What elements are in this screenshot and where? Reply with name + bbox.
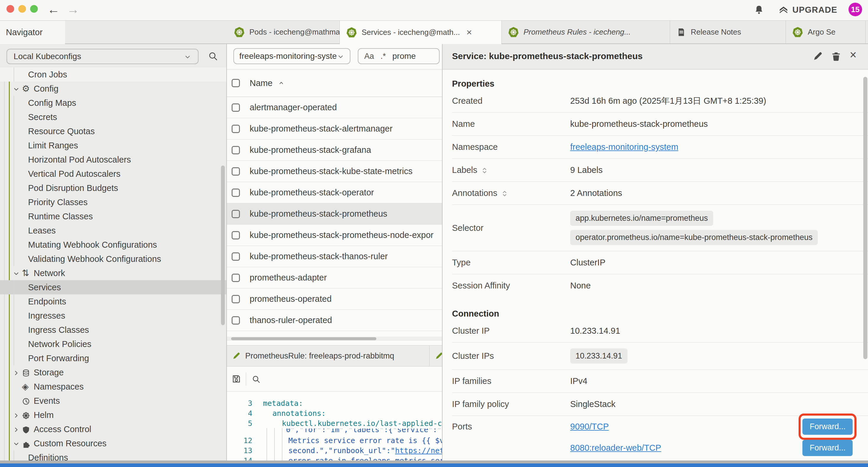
sidebar-item-ingresses[interactable]: Ingresses [0,309,226,323]
sidebar-item-config-maps[interactable]: Config Maps [0,96,226,110]
sort-updown-icon[interactable] [481,165,488,175]
list-search-box[interactable]: Aa .* prome [358,48,440,64]
table-horizontal-scrollbar[interactable] [227,337,442,341]
sidebar-item-namespaces[interactable]: ◈Namespaces [0,380,226,394]
sidebar-item-secrets[interactable]: Secrets [0,110,226,124]
notification-count-badge[interactable]: 15 [848,3,862,16]
tab-release-notes[interactable]: Release Notes [670,21,786,43]
tab-pods-icecheng-mathmas[interactable]: Pods - icecheng@mathmas... [227,21,340,43]
select-all-checkbox[interactable] [231,79,240,87]
editor-search-icon[interactable] [252,375,260,384]
detail-scrollbar-thumb[interactable] [863,77,867,359]
save-icon[interactable] [231,374,241,384]
row-checkbox[interactable] [231,295,240,303]
chevron-down-icon[interactable] [12,84,20,94]
sidebar-item-endpoints[interactable]: Endpoints [0,294,226,309]
chevron-down-icon[interactable] [12,439,20,448]
row-checkbox[interactable] [231,167,240,176]
search-query[interactable]: prome [392,52,416,61]
close-window-button[interactable] [6,5,14,13]
sidebar-item-mutating-webhook-configurations[interactable]: Mutating Webhook Configurations [0,238,226,252]
row-checkbox[interactable] [231,231,240,239]
forward-button[interactable]: Forward... [802,440,852,456]
tab-argo-se[interactable]: Argo Se [786,21,866,43]
notifications-bell-icon[interactable] [754,5,764,15]
sidebar-item-definitions[interactable]: Definitions [0,450,226,461]
name-column-header[interactable]: Name [250,78,272,88]
table-row-kube-prometheus-stack-operator[interactable]: kube-prometheus-stack-operator [227,182,442,203]
sidebar-item-vertical-pod-autoscalers[interactable]: Vertical Pod Autoscalers [0,167,226,181]
sidebar-item-horizontal-pod-autoscalers[interactable]: Horizontal Pod Autoscalers [0,152,226,167]
close-tab-icon[interactable]: × [466,27,472,38]
code-link[interactable]: https://net [395,446,442,455]
kubeconfig-selector[interactable]: Local Kubeconfigs [6,49,198,64]
chevron-right-icon[interactable] [12,368,20,377]
delete-trash-icon[interactable] [831,51,841,61]
sidebar-scrollbar-thumb[interactable] [221,166,225,325]
tab-navigator[interactable]: Navigator [0,21,65,44]
row-checkbox[interactable] [231,146,240,154]
scrollbar-thumb[interactable] [231,337,376,340]
row-checkbox[interactable] [231,274,240,282]
editor-tab-next[interactable] [430,346,442,366]
sidebar-item-config[interactable]: ⚙Config [0,82,226,96]
forward-arrow-icon[interactable]: → [67,2,79,17]
sidebar-item-helm[interactable]: Helm [0,408,226,422]
table-row-kube-prometheus-stack-alertmanager[interactable]: kube-prometheus-stack-alertmanager [227,118,442,140]
chevron-down-icon[interactable] [12,268,20,278]
chevron-right-icon[interactable] [12,425,20,434]
table-row-thanos-ruler-operated[interactable]: thanos-ruler-operated [227,310,442,331]
editor-tab-prometheusrule[interactable]: PrometheusRule: freeleaps-prod-rabbitmq [227,346,430,366]
minimize-window-button[interactable] [18,5,26,13]
table-row-kube-prometheus-stack-prometheus[interactable]: kube-prometheus-stack-prometheus [227,203,442,225]
upgrade-button[interactable]: UPGRADE [779,5,837,15]
sidebar-item-custom-resources[interactable]: Custom Resources [0,436,226,450]
row-checkbox[interactable] [231,125,240,133]
tab-services-icecheng-math[interactable]: Services - icecheng@math...× [340,21,502,44]
sort-updown-icon[interactable] [501,188,508,198]
sidebar-item-resource-quotas[interactable]: Resource Quotas [0,124,226,138]
table-row-kube-prometheus-stack-kube-state-metrics[interactable]: kube-prometheus-stack-kube-state-metrics [227,161,442,182]
table-row-prometheus-operated[interactable]: prometheus-operated [227,289,442,310]
sidebar-item-priority-classes[interactable]: Priority Classes [0,195,226,209]
sidebar-item-limit-ranges[interactable]: Limit Ranges [0,138,226,152]
match-case-toggle[interactable]: Aa [364,52,374,61]
row-checkbox[interactable] [231,210,240,218]
zoom-window-button[interactable] [30,5,38,13]
sidebar-item-storage[interactable]: Storage [0,365,226,380]
row-checkbox[interactable] [231,253,240,261]
sidebar-item-port-forwarding[interactable]: Port Forwarding [0,351,226,365]
namespace-selector[interactable]: freeleaps-monitoring-system [234,48,350,64]
tab-prometheus-rules-icecheng[interactable]: Prometheus Rules - icecheng... [502,21,670,43]
sidebar-item-leases[interactable]: Leases [0,224,226,238]
sidebar-item-services[interactable]: Services [0,280,226,294]
sidebar-item-cron-jobs[interactable]: Cron Jobs [0,67,226,82]
forward-button[interactable]: Forward... [802,418,852,435]
port-link[interactable]: 9090/TCP [570,422,609,432]
sidebar-item-ingress-classes[interactable]: Ingress Classes [0,323,226,337]
port-link[interactable]: 8080:reloader-web/TCP [570,443,661,453]
back-arrow-icon[interactable]: ← [47,2,60,17]
table-row-kube-prometheus-stack-thanos-ruler[interactable]: kube-prometheus-stack-thanos-ruler [227,246,442,267]
sidebar-item-network-policies[interactable]: Network Policies [0,337,226,351]
row-checkbox[interactable] [231,188,240,197]
row-checkbox[interactable] [231,316,240,324]
close-icon[interactable]: × [850,48,857,61]
table-row-prometheus-adapter[interactable]: prometheus-adapter [227,267,442,289]
sidebar-item-events[interactable]: Events [0,394,226,408]
regex-toggle[interactable]: .* [380,52,386,61]
sidebar-item-pod-disruption-budgets[interactable]: Pod Disruption Budgets [0,181,226,195]
edit-pencil-icon[interactable] [813,51,823,61]
table-row-kube-prometheus-stack-grafana[interactable]: kube-prometheus-stack-grafana [227,140,442,161]
sidebar-item-network[interactable]: ⇅Network [0,266,226,280]
yaml-editor[interactable]: 3metadata:4annotations:5kubectl.kubernet… [227,391,442,461]
sidebar-search-icon[interactable] [208,51,218,61]
sidebar-item-access-control[interactable]: Access Control [0,422,226,436]
sort-ascending-icon[interactable] [278,80,285,87]
row-checkbox[interactable] [231,104,240,112]
sidebar-item-runtime-classes[interactable]: Runtime Classes [0,209,226,224]
table-row-kube-prometheus-stack-prometheus-node-expor[interactable]: kube-prometheus-stack-prometheus-node-ex… [227,225,442,246]
chevron-right-icon[interactable] [12,410,20,420]
table-row-alertmanager-operated[interactable]: alertmanager-operated [227,97,442,118]
sidebar-item-validating-webhook-configurations[interactable]: Validating Webhook Configurations [0,252,226,266]
